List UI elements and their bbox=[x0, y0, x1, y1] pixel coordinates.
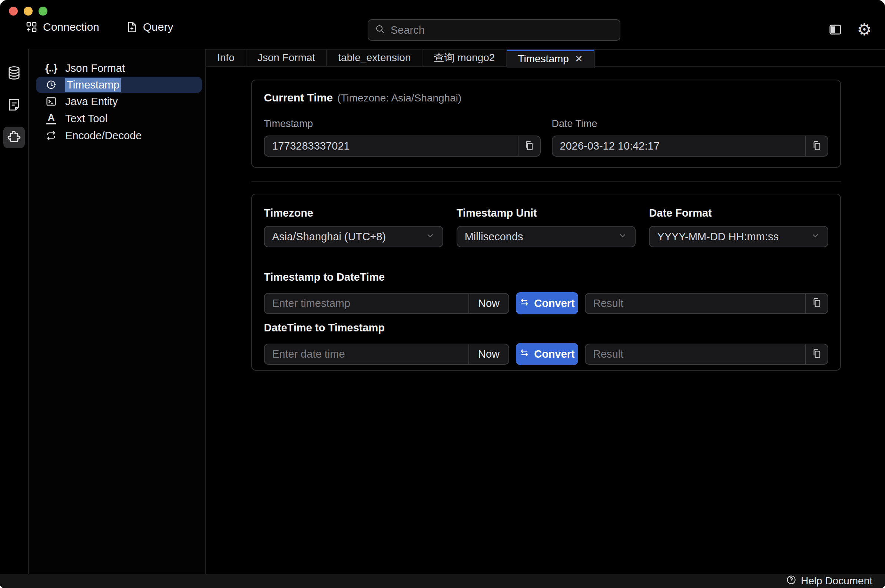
copy-result-button[interactable] bbox=[805, 294, 828, 313]
timestamp-convert-input[interactable] bbox=[265, 297, 468, 309]
timestamp-unit-select[interactable]: Milliseconds bbox=[457, 226, 636, 248]
sidebar-item-text-tool[interactable]: A Text Tool bbox=[29, 110, 205, 127]
convert-arrows-icon bbox=[519, 348, 530, 361]
sidebar-item-label: Timestamp bbox=[65, 78, 121, 92]
query-label: Query bbox=[143, 21, 173, 33]
sidebar-item-timestamp[interactable]: Timestamp bbox=[36, 76, 202, 93]
tab-json-format[interactable]: Json Format bbox=[247, 50, 327, 66]
rail-item-notes[interactable] bbox=[3, 95, 25, 116]
status-bar: Help Document bbox=[0, 574, 885, 588]
copy-icon bbox=[811, 297, 822, 309]
now-datetime-button[interactable]: Now bbox=[468, 344, 509, 364]
terminal-icon bbox=[44, 96, 58, 107]
timezone-label: Timezone bbox=[264, 207, 443, 219]
activity-rail bbox=[0, 49, 29, 574]
tools-sidebar: {..} Json Format Timestamp bbox=[29, 49, 206, 574]
global-search[interactable] bbox=[368, 19, 620, 41]
gear-icon: ⚙ bbox=[857, 21, 871, 38]
json-braces-icon: {..} bbox=[44, 63, 58, 74]
current-timezone-note: (Timezone: Asia/Shanghai) bbox=[337, 92, 461, 104]
sidebar-item-java-entity[interactable]: Java Entity bbox=[29, 93, 205, 110]
copy-result-button[interactable] bbox=[805, 344, 828, 364]
titlebar: Connection Query bbox=[0, 0, 885, 49]
text-tool-icon: A bbox=[46, 113, 56, 124]
close-window-button[interactable] bbox=[9, 7, 18, 15]
chevron-down-icon bbox=[618, 231, 628, 243]
sidebar-item-label: Java Entity bbox=[65, 96, 118, 108]
database-icon bbox=[6, 65, 22, 82]
current-time-title: Current Time bbox=[264, 92, 333, 104]
puzzle-icon bbox=[7, 129, 21, 146]
convert-ts-to-dt-button[interactable]: Convert bbox=[516, 292, 578, 314]
new-query-icon bbox=[126, 21, 138, 33]
connection-label: Connection bbox=[43, 21, 99, 33]
tab-query-mongo2[interactable]: 查询 mongo2 bbox=[423, 50, 507, 66]
help-document-link[interactable]: Help Document bbox=[801, 575, 872, 587]
date-format-label: Date Format bbox=[649, 207, 828, 219]
current-datetime-input[interactable] bbox=[552, 140, 806, 152]
sidebar-item-label: Json Format bbox=[65, 62, 125, 74]
timestamp-panel: Current Time (Timezone: Asia/Shanghai) T… bbox=[206, 67, 885, 574]
rail-item-tools[interactable] bbox=[3, 127, 25, 148]
datetime-convert-input[interactable] bbox=[265, 348, 468, 360]
chevron-down-icon bbox=[811, 231, 820, 243]
tab-info[interactable]: Info bbox=[206, 50, 247, 66]
tab-table-extension[interactable]: table_extension bbox=[327, 50, 423, 66]
copy-icon bbox=[524, 140, 535, 153]
query-button[interactable]: Query bbox=[126, 21, 173, 33]
copy-icon bbox=[811, 140, 822, 153]
unit-label: Timestamp Unit bbox=[457, 207, 636, 219]
settings-button[interactable]: ⚙ bbox=[857, 21, 871, 38]
rail-item-databases[interactable] bbox=[3, 63, 25, 84]
current-time-card: Current Time (Timezone: Asia/Shanghai) T… bbox=[251, 80, 841, 168]
clock-icon bbox=[44, 79, 58, 91]
datetime-field-label: Date Time bbox=[552, 118, 829, 130]
convert-arrows-icon bbox=[519, 297, 530, 310]
timezone-select[interactable]: Asia/Shanghai (UTC+8) bbox=[264, 226, 443, 248]
sidebar-item-json-format[interactable]: {..} Json Format bbox=[29, 60, 205, 76]
now-timestamp-button[interactable]: Now bbox=[468, 294, 509, 313]
copy-timestamp-button[interactable] bbox=[518, 136, 540, 156]
close-tab-icon[interactable]: ✕ bbox=[575, 54, 583, 64]
sidebar-item-label: Text Tool bbox=[65, 112, 107, 125]
add-connection-icon bbox=[25, 21, 38, 33]
connection-button[interactable]: Connection bbox=[25, 21, 99, 33]
search-icon bbox=[375, 24, 385, 36]
copy-datetime-button[interactable] bbox=[805, 136, 828, 156]
chevron-down-icon bbox=[426, 231, 435, 243]
sidebar-item-label: Encode/Decode bbox=[65, 130, 141, 142]
sidebar-item-encode-decode[interactable]: Encode/Decode bbox=[29, 127, 205, 144]
timestamp-field-label: Timestamp bbox=[264, 118, 541, 130]
toggle-sidebar-button[interactable] bbox=[828, 22, 842, 37]
ts-to-dt-result-field[interactable] bbox=[585, 297, 805, 309]
date-format-select[interactable]: YYYY-MM-DD HH:mm:ss bbox=[649, 226, 828, 248]
traffic-lights bbox=[9, 7, 47, 15]
tab-timestamp[interactable]: Timestamp ✕ bbox=[507, 50, 595, 68]
ts-to-dt-title: Timestamp to DateTime bbox=[264, 271, 828, 283]
convert-dt-to-ts-button[interactable]: Convert bbox=[516, 343, 578, 365]
search-input[interactable] bbox=[391, 24, 613, 36]
tab-bar: Info Json Format table_extension 查询 mong… bbox=[206, 49, 885, 67]
current-timestamp-input[interactable] bbox=[265, 140, 518, 152]
dt-to-ts-result-field[interactable] bbox=[585, 348, 805, 360]
section-divider bbox=[251, 182, 841, 182]
minimize-window-button[interactable] bbox=[24, 7, 33, 15]
copy-icon bbox=[811, 348, 822, 360]
dt-to-ts-title: DateTime to Timestamp bbox=[264, 322, 828, 334]
repeat-icon bbox=[44, 130, 58, 141]
converter-card: Timezone Asia/Shanghai (UTC+8) Timestamp… bbox=[251, 194, 841, 370]
app-window: Connection Query bbox=[0, 0, 885, 588]
maximize-window-button[interactable] bbox=[39, 7, 47, 15]
notes-icon bbox=[7, 98, 21, 114]
help-circle-icon bbox=[786, 574, 796, 588]
